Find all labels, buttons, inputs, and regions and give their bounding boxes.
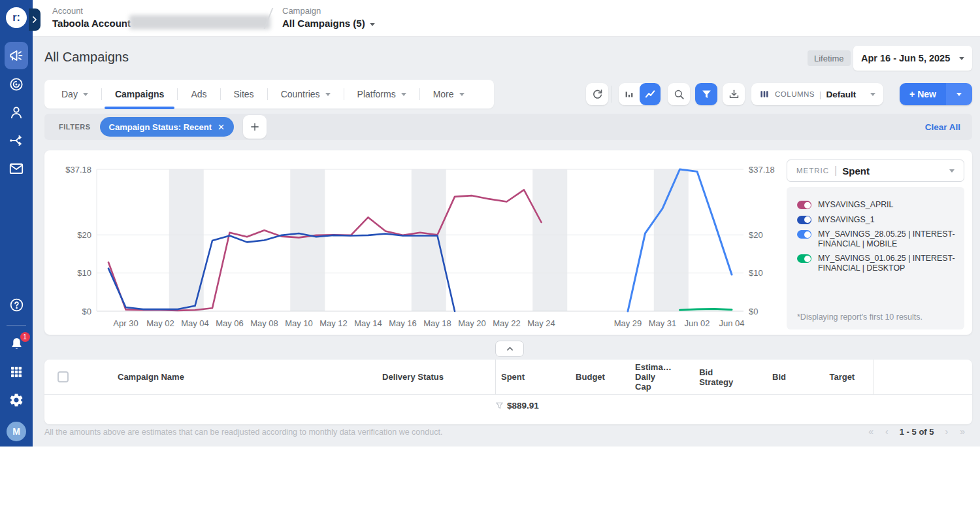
avatar[interactable]: M [7,422,26,441]
svg-text:Jun 02: Jun 02 [684,318,710,328]
tab-countries[interactable]: Countries [268,80,344,109]
tab-campaigns[interactable]: Campaigns [102,80,177,109]
radar-icon [8,76,25,93]
taboola-logo-icon[interactable]: r: [6,7,27,28]
sidebar-expand-button[interactable] [29,8,41,31]
column-bid[interactable]: Bid [747,360,810,394]
download-button[interactable] [723,83,745,105]
svg-text:Jun 04: Jun 04 [719,318,744,328]
sidebar-item-help[interactable] [5,292,28,318]
sidebar-item-performance[interactable] [5,71,28,97]
tab-platforms[interactable]: Platforms [344,80,419,109]
columns-icon [759,89,770,99]
bell-icon: 1 [8,336,25,352]
close-icon[interactable]: ✕ [218,122,225,132]
column-target[interactable]: Target [811,360,874,394]
metric-selector[interactable]: METRIC | Spent [787,160,964,182]
separator: | [834,165,837,177]
svg-text:$37.18: $37.18 [749,165,775,175]
sidebar-item-settings[interactable] [5,387,28,413]
column-estima-[interactable]: Estima… Daily Cap [622,360,685,394]
table-header: Campaign Name Delivery Status SpentBudge… [44,360,972,395]
chevron-down-icon [459,93,465,96]
collapse-chart-button[interactable] [495,341,524,357]
metric-label: METRIC [796,167,829,175]
svg-text:$37.18: $37.18 [65,165,91,175]
sidebar-item-notifications[interactable]: 1 [5,331,28,357]
new-button-dropdown[interactable] [946,83,972,105]
filter-chip-campaign-status[interactable]: Campaign Status: Recent✕ [100,117,234,137]
series-name: MYSAVINGS_1 [818,215,956,225]
svg-text:May 18: May 18 [423,318,451,328]
estimates-footnote: All the amounts above are estimates that… [44,428,442,437]
svg-text:May 29: May 29 [614,318,642,328]
filters-bar: FILTERS Campaign Status: Recent✕ Clear A… [44,114,972,140]
svg-text:May 10: May 10 [285,318,313,328]
account-label: Account [52,6,83,16]
svg-text:$0: $0 [749,307,758,316]
svg-text:May 16: May 16 [389,318,417,328]
page-title: All Campaigns [44,50,129,65]
sidebar-item-conversions[interactable] [5,127,28,154]
column-bid[interactable]: Bid Strategy [685,360,747,394]
column-campaign-name[interactable]: Campaign Name [73,360,365,394]
prev-page-icon[interactable]: ‹ [885,426,889,437]
filter-button[interactable] [695,83,717,105]
chevron-down-icon [949,169,955,173]
column-spent[interactable]: Spent [496,360,559,394]
svg-text:May 14: May 14 [354,318,382,328]
search-button[interactable] [668,83,690,105]
clear-all-filters[interactable]: Clear All [925,122,960,132]
new-button-main[interactable]: + New [900,83,946,105]
tab-more[interactable]: More [420,80,478,109]
columns-value: Default [826,90,856,99]
refresh-button[interactable] [586,83,608,105]
series-toggle[interactable] [797,230,811,239]
add-filter-button[interactable] [243,115,267,139]
series-name: MYSAVINGS_APRIL [818,200,956,210]
svg-text:May 31: May 31 [649,318,677,328]
total-spent: $889.91 [507,401,539,411]
sidebar-item-apps[interactable] [5,359,28,385]
legend-item: MY_SAVINGS_01.06.25 | INTEREST-FINANCIAL… [797,254,956,273]
svg-text:May 20: May 20 [458,318,486,328]
last-page-icon[interactable]: » [960,426,965,437]
envelope-icon [8,160,25,177]
chart-type-toggle [619,83,661,105]
tab-ads[interactable]: Ads [178,80,220,109]
series-toggle[interactable] [797,201,811,209]
bar-chart-button[interactable] [619,83,640,105]
metric-value: Spent [842,165,870,177]
date-range-picker[interactable]: Apr 16 - Jun 5, 2025 [853,46,972,71]
column-delivery-status[interactable]: Delivery Status [365,360,495,394]
tab-day[interactable]: Day [48,80,101,109]
chevron-down-icon [956,93,962,96]
sidebar-item-campaigns[interactable] [5,42,28,69]
series-toggle[interactable] [797,254,811,263]
columns-selector[interactable]: COLUMNS | Default [751,83,883,105]
svg-text:May 06: May 06 [216,318,244,328]
filters-label: FILTERS [59,123,91,131]
campaigns-table: Campaign Name Delivery Status SpentBudge… [44,360,972,424]
tab-sites[interactable]: Sites [221,80,267,109]
gear-icon [8,392,24,408]
svg-text:May 22: May 22 [493,318,521,328]
select-all-checkbox[interactable] [57,371,69,382]
chart-legend: MYSAVINGS_APRILMYSAVINGS_1MY_SAVINGS_28.… [787,187,964,329]
campaign-selector[interactable]: All Campaigns (5) [282,18,375,29]
next-page-icon[interactable]: › [945,426,949,437]
legend-item: MY_SAVINGS_28.05.25 | INTEREST-FINANCIAL… [797,229,956,248]
campaign-label: Campaign [282,6,321,16]
series-toggle[interactable] [797,216,811,224]
line-chart-button[interactable] [640,83,661,105]
column-budget[interactable]: Budget [559,360,621,394]
account-value[interactable]: Taboola Account [52,18,131,29]
chevron-down-icon [959,57,964,60]
svg-text:May 02: May 02 [146,318,174,328]
sidebar-item-messages[interactable] [5,156,28,182]
first-page-icon[interactable]: « [868,426,874,437]
sidebar: r: [0,0,33,447]
pagination-text: 1 - 5 of 5 [900,427,934,437]
sidebar-item-audiences[interactable] [5,99,28,126]
svg-text:$10: $10 [77,268,91,278]
